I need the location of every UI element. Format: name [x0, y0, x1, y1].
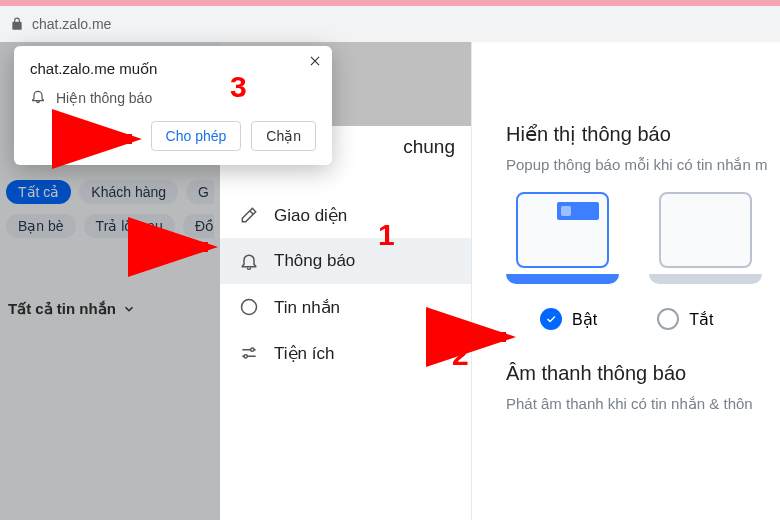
annotation-arrow-1: [134, 232, 224, 262]
annotation-arrow-3: [52, 124, 148, 154]
settings-content: Hiển thị thông báo Popup thông báo mỗi k…: [472, 42, 780, 520]
nav-label: Tiện ích: [274, 343, 334, 364]
lock-icon: [10, 17, 24, 31]
allow-button[interactable]: Cho phép: [151, 121, 242, 151]
preview-off[interactable]: [649, 192, 762, 288]
nav-item-utilities[interactable]: Tiện ích: [220, 330, 471, 376]
nav-item-messages[interactable]: Tin nhắn: [220, 284, 471, 330]
close-icon[interactable]: [308, 54, 322, 72]
preview-on[interactable]: [506, 192, 619, 288]
radio-on-label: Bật: [572, 310, 597, 329]
section-sub-display: Popup thông báo mỗi khi có tin nhắn m: [506, 156, 762, 174]
section-title-display: Hiển thị thông báo: [506, 122, 762, 146]
svg-point-2: [244, 355, 247, 358]
block-button[interactable]: Chặn: [251, 121, 316, 151]
nav-label: Giao diện: [274, 205, 347, 226]
nav-label: Tin nhắn: [274, 297, 340, 318]
radio-off[interactable]: Tắt: [657, 308, 713, 330]
url-text: chat.zalo.me: [32, 16, 111, 32]
annotation-number-1: 1: [378, 218, 395, 252]
address-bar: chat.zalo.me: [0, 6, 780, 42]
radio-on[interactable]: Bật: [540, 308, 597, 330]
radio-unchecked-icon: [657, 308, 679, 330]
sliders-icon: [238, 342, 260, 364]
permission-title: chat.zalo.me muốn: [30, 60, 316, 78]
permission-option: Hiện thông báo: [56, 90, 152, 106]
radio-off-label: Tắt: [689, 310, 713, 329]
edit-icon: [238, 204, 260, 226]
settings-header-partial: chung: [403, 136, 455, 158]
svg-point-1: [251, 348, 254, 351]
nav-item-notifications[interactable]: Thông báo: [220, 238, 471, 284]
chat-icon: [238, 296, 260, 318]
annotation-number-3: 3: [230, 70, 247, 104]
section-sub-sound: Phát âm thanh khi có tin nhắn & thôn: [506, 395, 762, 413]
radio-checked-icon: [540, 308, 562, 330]
nav-label: Thông báo: [274, 251, 355, 271]
bell-icon: [238, 250, 260, 272]
nav-item-interface[interactable]: Giao diện: [220, 192, 471, 238]
bell-icon: [30, 88, 46, 107]
section-title-sound: Âm thanh thông báo: [506, 362, 762, 385]
annotation-number-2: 2: [452, 338, 469, 372]
